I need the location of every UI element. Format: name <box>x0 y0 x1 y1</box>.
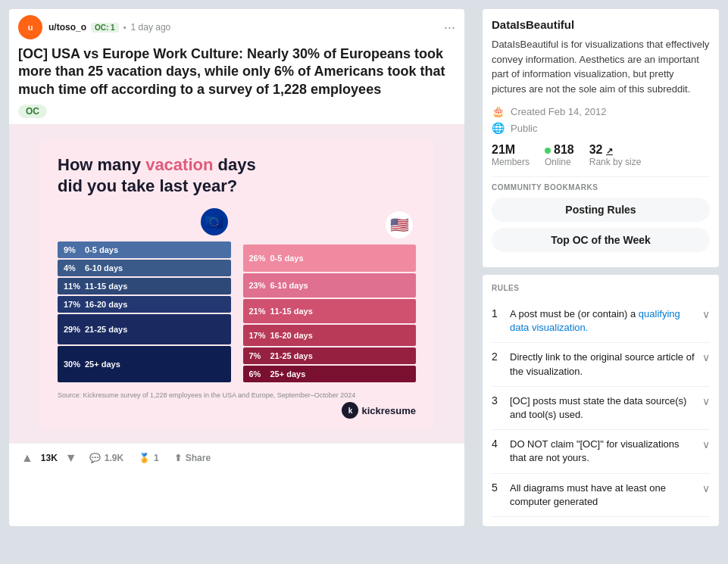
upvote-button[interactable]: ▲ <box>18 448 36 468</box>
post-image: How many vacation days did you take last… <box>9 124 464 443</box>
rule-num-2: 2 <box>492 351 502 363</box>
online-label: Online <box>545 157 574 167</box>
rank-stat: 32 ↗ Rank by size <box>589 143 642 167</box>
rule-text-5: All diagrams must have at least one comp… <box>510 481 695 509</box>
avatar: u <box>18 15 42 39</box>
rules-title: RULES <box>492 284 710 292</box>
rule-1[interactable]: 1 A post must be (or contain) a qualifyi… <box>492 300 710 343</box>
cake-icon: 🎂 <box>492 105 505 117</box>
rule-num-3: 3 <box>492 394 502 407</box>
award-icon: 🏅 <box>139 453 150 463</box>
username[interactable]: u/toso_o <box>48 22 86 33</box>
brand-icon: k <box>342 402 358 419</box>
us-bar-1: 26%0-5 days <box>243 245 417 272</box>
us-flag: 🇺🇸 <box>386 211 413 238</box>
globe-icon: 🌐 <box>492 122 505 134</box>
community-desc: DataIsBeautiful is for visualizations th… <box>492 37 710 96</box>
brand-logo: k kickresume <box>58 402 416 419</box>
vote-count: 13K <box>41 453 58 463</box>
eu-bar-6: 30%25+ days <box>58 346 231 382</box>
post-time: 1 day ago <box>131 22 171 33</box>
bookmarks-title: COMMUNITY BOOKMARKS <box>492 183 710 192</box>
rule-num-5: 5 <box>492 481 502 494</box>
eu-bar-4: 17%16-20 days <box>58 296 231 313</box>
share-button[interactable]: ⬆ Share <box>168 448 217 468</box>
vote-section: ▲ 13K ▼ <box>18 448 80 468</box>
flair-tag[interactable]: OC <box>18 104 47 118</box>
infographic-title: How many vacation days did you take last… <box>58 154 416 196</box>
chevron-down-icon-1: ∨ <box>702 308 710 320</box>
members-stat: 21M Members <box>492 143 530 167</box>
community-name: DataIsBeautiful <box>492 18 710 31</box>
divider <box>492 176 710 177</box>
stats-row: 21M Members 818 Online 32 ↗ Rank by size <box>492 143 710 167</box>
rules-card: RULES 1 A post must be (or contain) a qu… <box>483 275 719 526</box>
rule-text-4: DO NOT claim "[OC]" for visualizations t… <box>510 438 695 465</box>
members-value: 21M <box>492 143 530 157</box>
eu-bar-3: 11%11-15 days <box>58 278 231 294</box>
rule-text-2: Directly link to the original source art… <box>510 351 695 378</box>
oc-badge: OC: 1 <box>91 23 119 33</box>
downvote-button[interactable]: ▼ <box>62 448 80 468</box>
top-oc-button[interactable]: Top OC of the Week <box>492 228 710 252</box>
infographic: How many vacation days did you take last… <box>39 139 434 431</box>
rule-2[interactable]: 2 Directly link to the original source a… <box>492 343 710 386</box>
chevron-down-icon-2: ∨ <box>702 351 710 363</box>
members-label: Members <box>492 157 530 167</box>
community-meta: 🎂 Created Feb 14, 2012 🌐 Public <box>492 105 710 134</box>
share-icon: ⬆ <box>174 453 182 463</box>
visibility-row: 🌐 Public <box>492 122 710 134</box>
post-card: u u/toso_o OC: 1 • 1 day ago ··· [OC] US… <box>9 9 464 526</box>
us-bar-5: 7%21-25 days <box>243 347 417 364</box>
rule-3[interactable]: 3 [OC] posts must state the data source(… <box>492 387 710 430</box>
post-header: u u/toso_o OC: 1 • 1 day ago ··· <box>9 9 464 42</box>
us-bar-6: 6%25+ days <box>243 366 417 382</box>
post-title: [OC] USA vs Europe Work Culture: Nearly … <box>9 42 464 104</box>
created-row: 🎂 Created Feb 14, 2012 <box>492 105 710 117</box>
separator: • <box>123 23 127 32</box>
chevron-down-icon-5: ∨ <box>702 482 710 494</box>
chevron-down-icon-3: ∨ <box>702 395 710 407</box>
sidebar: DataIsBeautiful DataIsBeautiful is for v… <box>483 9 719 526</box>
comments-button[interactable]: 💬 1.9K <box>83 448 130 468</box>
source-line: Source: Kickresume survey of 1,228 emplo… <box>58 391 416 399</box>
us-chart: 🇺🇸 26%0-5 days 23%6-10 days 21%11-15 day… <box>243 245 417 384</box>
community-info-card: DataIsBeautiful DataIsBeautiful is for v… <box>483 9 719 267</box>
rank-value: 32 ↗ <box>589 143 642 157</box>
comment-count: 1.9K <box>105 453 123 463</box>
chevron-down-icon-4: ∨ <box>702 438 710 450</box>
us-bar-2: 23%6-10 days <box>243 273 417 298</box>
us-bar-3: 21%11-15 days <box>243 299 417 323</box>
awards-button[interactable]: 🏅 1 <box>133 448 165 468</box>
eu-chart: 🇪🇺 9%0-5 days 4%6-10 days 11%11-15 days … <box>58 241 231 384</box>
charts-row: 🇪🇺 9%0-5 days 4%6-10 days 11%11-15 days … <box>58 208 416 384</box>
eu-bar-5: 29%21-25 days <box>58 314 231 344</box>
rank-label: Rank by size <box>589 157 642 167</box>
rule-4[interactable]: 4 DO NOT claim "[OC]" for visualizations… <box>492 430 710 473</box>
online-stat: 818 Online <box>545 143 574 167</box>
eu-bar-1: 9%0-5 days <box>58 241 231 258</box>
share-label: Share <box>186 453 211 463</box>
eu-bar-2: 4%6-10 days <box>58 260 231 276</box>
rule-num-1: 1 <box>492 307 502 319</box>
posting-rules-button[interactable]: Posting Rules <box>492 198 710 222</box>
rank-link[interactable]: ↗ <box>606 146 613 155</box>
online-dot <box>545 148 551 154</box>
award-count: 1 <box>154 453 159 463</box>
comment-icon: 💬 <box>89 453 101 463</box>
eu-flag: 🇪🇺 <box>201 208 228 235</box>
post-meta: u/toso_o OC: 1 • 1 day ago <box>48 22 438 33</box>
post-actions: ▲ 13K ▼ 💬 1.9K 🏅 1 ⬆ Share <box>9 443 464 472</box>
created-label: Created Feb 14, 2012 <box>511 106 606 117</box>
online-value: 818 <box>545 143 574 157</box>
visibility-label: Public <box>511 123 537 134</box>
more-options-icon[interactable]: ··· <box>444 20 455 36</box>
rule-num-4: 4 <box>492 438 502 450</box>
rule-text-3: [OC] posts must state the data source(s)… <box>510 394 695 422</box>
rule-5[interactable]: 5 All diagrams must have at least one co… <box>492 474 710 517</box>
us-bar-4: 17%16-20 days <box>243 325 417 346</box>
rule-text-1: A post must be (or contain) a qualifying… <box>510 307 695 335</box>
